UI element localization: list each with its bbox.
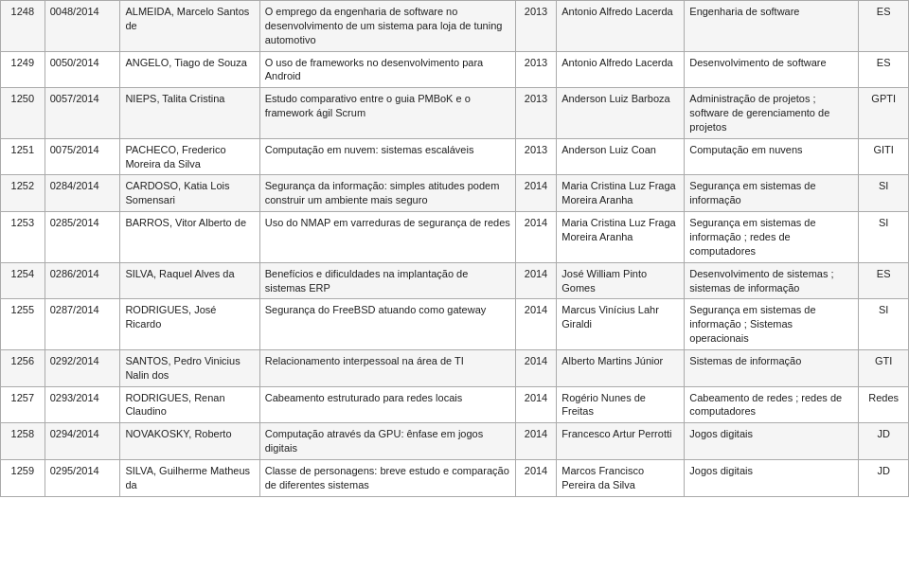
table-cell: Cabeamento estruturado para redes locais — [259, 386, 515, 423]
table-cell: PACHECO, Frederico Moreira da Silva — [120, 138, 259, 175]
table-cell: 1258 — [1, 423, 45, 460]
table-cell: 2014 — [515, 423, 557, 460]
table-cell: GTI — [859, 349, 909, 386]
table-cell: Maria Cristina Luz Fraga Moreira Aranha — [557, 212, 685, 263]
table-cell: 2014 — [515, 349, 557, 386]
table-cell: Anderson Luiz Barboza — [557, 88, 685, 139]
table-cell: José William Pinto Gomes — [557, 262, 685, 299]
table-cell: RODRIGUES, Renan Claudino — [120, 386, 259, 423]
table-cell: ALMEIDA, Marcelo Santos de — [120, 1, 259, 52]
table-cell: 2013 — [515, 1, 557, 52]
table-cell: 0048/2014 — [45, 1, 120, 52]
table-cell: Maria Cristina Luz Fraga Moreira Aranha — [557, 175, 685, 212]
table-cell: Alberto Martins Júnior — [557, 349, 685, 386]
table-cell: BARROS, Vitor Alberto de — [120, 212, 259, 263]
table-cell: Anderson Luiz Coan — [557, 138, 685, 175]
table-row: 12540286/2014SILVA, Raquel Alves daBenef… — [1, 262, 909, 299]
table-cell: 1251 — [1, 138, 45, 175]
table-cell: Rogério Nunes de Freitas — [557, 386, 685, 423]
table-row: 12480048/2014ALMEIDA, Marcelo Santos deO… — [1, 1, 909, 52]
table-cell: Computação em nuvem: sistemas escaláveis — [259, 138, 515, 175]
table-cell: 1252 — [1, 175, 45, 212]
table-cell: JD — [859, 423, 909, 460]
table-cell: 0293/2014 — [45, 386, 120, 423]
table-row: 12570293/2014RODRIGUES, Renan ClaudinoCa… — [1, 386, 909, 423]
table-row: 12520284/2014CARDOSO, Katia Lois Somensa… — [1, 175, 909, 212]
table-cell: SILVA, Raquel Alves da — [120, 262, 259, 299]
table-cell: O emprego da engenharia de software no d… — [259, 1, 515, 52]
table-cell: ANGELO, Tiago de Souza — [120, 51, 259, 88]
table-cell: Classe de personagens: breve estudo e co… — [259, 459, 515, 496]
table-cell: SI — [859, 175, 909, 212]
table-cell: 2014 — [515, 175, 557, 212]
table-cell: SANTOS, Pedro Vinicius Nalin dos — [120, 349, 259, 386]
table-cell: 0050/2014 — [45, 51, 120, 88]
table-cell: 0287/2014 — [45, 299, 120, 350]
table-cell: Uso do NMAP em varreduras de segurança d… — [259, 212, 515, 263]
table-cell: Marcus Vinícius Lahr Giraldi — [557, 299, 685, 350]
table-cell: Jogos digitais — [685, 459, 859, 496]
table-cell: 0295/2014 — [45, 459, 120, 496]
table-cell: 1250 — [1, 88, 45, 139]
table-cell: Francesco Artur Perrotti — [557, 423, 685, 460]
table-row: 12590295/2014SILVA, Guilherme Matheus da… — [1, 459, 909, 496]
table-cell: 2014 — [515, 386, 557, 423]
table-row: 12490050/2014ANGELO, Tiago de SouzaO uso… — [1, 51, 909, 88]
table-cell: Antonio Alfredo Lacerda — [557, 51, 685, 88]
table-cell: Cabeamento de redes ; redes de computado… — [685, 386, 859, 423]
table-cell: Segurança do FreeBSD atuando como gatewa… — [259, 299, 515, 350]
table-cell: NIEPS, Talita Cristina — [120, 88, 259, 139]
table-cell: SILVA, Guilherme Matheus da — [120, 459, 259, 496]
table-cell: 2013 — [515, 88, 557, 139]
table-cell: 2014 — [515, 299, 557, 350]
table-cell: SI — [859, 299, 909, 350]
table-cell: 1255 — [1, 299, 45, 350]
table-cell: Marcos Francisco Pereira da Silva — [557, 459, 685, 496]
table-cell: 2014 — [515, 212, 557, 263]
table-row: 12550287/2014RODRIGUES, José RicardoSegu… — [1, 299, 909, 350]
table-cell: JD — [859, 459, 909, 496]
table-cell: GPTI — [859, 88, 909, 139]
table-cell: Sistemas de informação — [685, 349, 859, 386]
table-cell: 2014 — [515, 262, 557, 299]
table-cell: 2013 — [515, 51, 557, 88]
table-cell: 0285/2014 — [45, 212, 120, 263]
table-cell: Jogos digitais — [685, 423, 859, 460]
table-cell: 1257 — [1, 386, 45, 423]
table-cell: Segurança da informação: simples atitude… — [259, 175, 515, 212]
table-cell: Administração de projetos ; software de … — [685, 88, 859, 139]
table-cell: 1256 — [1, 349, 45, 386]
table-cell: Segurança em sistemas de informação — [685, 175, 859, 212]
table-cell: Desenvolvimento de sistemas ; sistemas d… — [685, 262, 859, 299]
table-cell: O uso de frameworks no desenvolvimento p… — [259, 51, 515, 88]
table-row: 12500057/2014NIEPS, Talita CristinaEstud… — [1, 88, 909, 139]
table-cell: 0075/2014 — [45, 138, 120, 175]
table-cell: 0057/2014 — [45, 88, 120, 139]
table-cell: Segurança em sistemas de informação ; re… — [685, 212, 859, 263]
table-cell: Desenvolvimento de software — [685, 51, 859, 88]
table-cell: 0294/2014 — [45, 423, 120, 460]
table-cell: 1253 — [1, 212, 45, 263]
table-cell: GITI — [859, 138, 909, 175]
table-cell: 2013 — [515, 138, 557, 175]
table-cell: Segurança em sistemas de informação ; Si… — [685, 299, 859, 350]
table-cell: Estudo comparativo entre o guia PMBoK e … — [259, 88, 515, 139]
table-cell: 1249 — [1, 51, 45, 88]
table-cell: Benefícios e dificuldades na implantação… — [259, 262, 515, 299]
table-cell: ES — [859, 262, 909, 299]
table-cell: 0284/2014 — [45, 175, 120, 212]
table-cell: 0292/2014 — [45, 349, 120, 386]
table-cell: Relacionamento interpessoal na área de T… — [259, 349, 515, 386]
table-cell: 2014 — [515, 459, 557, 496]
table-row: 12530285/2014BARROS, Vitor Alberto deUso… — [1, 212, 909, 263]
table-cell: RODRIGUES, José Ricardo — [120, 299, 259, 350]
table-cell: 1248 — [1, 1, 45, 52]
table-cell: CARDOSO, Katia Lois Somensari — [120, 175, 259, 212]
table-cell: Antonio Alfredo Lacerda — [557, 1, 685, 52]
table-row: 12510075/2014PACHECO, Frederico Moreira … — [1, 138, 909, 175]
main-table: 12480048/2014ALMEIDA, Marcelo Santos deO… — [0, 0, 909, 497]
table-cell: SI — [859, 212, 909, 263]
table-cell: Computação através da GPU: ênfase em jog… — [259, 423, 515, 460]
table-cell: 0286/2014 — [45, 262, 120, 299]
table-cell: ES — [859, 1, 909, 52]
